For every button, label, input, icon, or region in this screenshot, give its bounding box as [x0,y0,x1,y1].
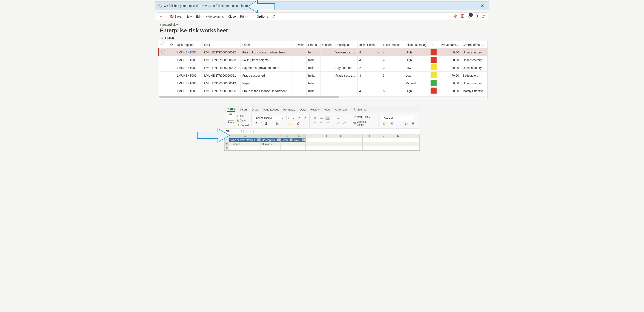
filter-icon[interactable]: ▼ [302,139,305,142]
italic-button[interactable]: I [260,122,262,125]
paste-icon[interactable] [228,114,234,121]
align-top-button[interactable] [312,117,317,120]
copy-button[interactable]: ⎘ Copy ⌄ [236,119,250,123]
tell-me-button[interactable]: Tell me [354,108,366,111]
horizontal-scrollbar[interactable] [159,96,486,98]
format-painter-button[interactable]: Format [236,123,250,127]
align-right-button[interactable] [326,121,330,125]
row-header-3[interactable]: 3 [225,146,229,151]
refresh-icon[interactable] [474,14,478,19]
cell-c1[interactable]: Score▼ [280,138,293,142]
font-size-select[interactable]: 11⌄ [286,116,296,120]
number-format-select[interactable]: General⌄ [382,116,414,121]
diamond-icon[interactable] [454,14,458,19]
options-button[interactable]: Options [256,14,268,19]
tab-insert[interactable]: Insert [240,108,247,111]
tab-draw[interactable]: Draw [252,108,258,111]
decrease-font-button[interactable]: Aˇ [304,116,308,120]
new-button[interactable]: New [185,14,192,19]
underline-button[interactable]: U ⌄ [264,122,270,125]
col-header-i[interactable]: I [362,134,376,138]
pane-resize-handle[interactable]: ═ [154,99,490,103]
col-header-f[interactable]: F [320,134,334,138]
popout-icon[interactable] [481,14,485,19]
cell-d2[interactable] [293,142,306,146]
col-impact[interactable]: Initial impact [381,41,404,48]
col-bowtie[interactable]: Bowtie [293,41,306,48]
font-color-button[interactable]: A ⌄ [296,121,302,126]
col-initial-risk[interactable]: Initial risk [430,41,439,48]
tab-home[interactable]: Home [228,107,235,112]
col-header-a[interactable]: A [229,134,261,138]
tab-formulas[interactable]: Formulas [283,108,295,111]
decrease-decimal-button[interactable]: .00.0 [411,122,416,126]
col-description[interactable]: Description [334,41,358,48]
col-header-k[interactable]: K [391,134,405,138]
tab-automate[interactable]: Automate [335,108,347,111]
filter-icon[interactable]: ▼ [277,139,280,142]
col-status[interactable]: Status [306,41,320,48]
close-icon[interactable]: ✕ [479,3,486,8]
view-selector[interactable]: Standard view ⌄ [160,23,182,26]
table-row[interactable]: LMUHENT0000...LMUHENTR000000023Falling f… [159,56,487,64]
spreadsheet[interactable]: A B C D E F G H I J K L 1 Who or what [224,134,420,151]
table-row[interactable]: LMUHENT0000...LMUHENTR000000019PaperInit… [159,79,487,87]
fill-color-button[interactable]: ⌄ [288,122,295,125]
fx-icon[interactable]: fx [254,130,259,133]
paste-button[interactable]: Paste [228,121,234,124]
filter-icon[interactable]: ▼ [257,139,260,142]
tab-page-layout[interactable]: Page Layout [263,108,278,111]
cell-b2[interactable]: Humans [260,142,280,146]
print-button[interactable]: Print ⌄ [240,14,249,19]
table-row[interactable]: LMUHENT0000...LMUHENTR000000021Fraud sus… [159,72,487,79]
tab-data[interactable]: Data [300,108,306,111]
col-risk-register[interactable]: Risk register [175,41,202,48]
refresh-grid-button[interactable] [168,41,175,48]
increase-indent-button[interactable] [342,121,347,125]
select-all-checkbox[interactable] [159,41,168,48]
align-center-button[interactable] [319,121,324,125]
col-header-d[interactable]: D [293,134,306,138]
filter-icon[interactable]: ▼ [290,139,292,142]
cell-a2[interactable]: Humans [229,142,261,146]
cut-button[interactable]: ✂ Cut [236,114,250,118]
close-button[interactable]: Close [228,14,236,19]
col-closed[interactable]: Closed [320,41,334,48]
tab-review[interactable]: Review [310,108,320,111]
col-label[interactable]: Label [240,41,293,48]
col-header-e[interactable]: E [306,134,320,138]
align-middle-button[interactable] [319,117,324,120]
font-name-select[interactable]: Calibri (Body)⌄ [255,116,285,120]
col-header-h[interactable]: H [348,134,362,138]
col-preventative[interactable]: Preventative c... [439,41,461,48]
col-control-eff[interactable]: Control effectivene [461,41,487,48]
save-button[interactable]: Save [170,14,182,19]
col-risk[interactable]: Risk [202,41,240,48]
cell-a1[interactable]: Who or what affected▼ [229,138,261,142]
col-header-j[interactable]: J [377,134,391,138]
office-icon[interactable] [461,14,464,19]
namebox-spinner[interactable]: ▲▼ [240,129,244,133]
edit-button[interactable]: Edit [196,14,202,19]
table-row[interactable]: LMUHENT0000...LMUHENTR000000006Fraud in … [159,87,487,95]
col-header-l[interactable]: L [405,134,419,138]
tab-view[interactable]: View [324,108,330,111]
search-button[interactable] [272,14,276,19]
attachments-button[interactable]: 0 [468,14,472,19]
align-left-button[interactable] [312,121,317,125]
hide-columns-button[interactable]: Hide columns [205,14,224,19]
col-header-c[interactable]: C [280,134,293,138]
col-header-b[interactable]: B [260,134,280,138]
col-header-g[interactable]: G [334,134,348,138]
merge-centre-button[interactable]: Merge & Centre ⌄ [352,120,377,127]
cell-d1[interactable]: Note▼ [293,138,306,142]
currency-button[interactable]: ⌄ [382,122,388,126]
cancel-formula-button[interactable]: ✕ [245,130,248,133]
table-row[interactable]: LMUHENT0000...LMUHENTR000000025Falling f… [159,48,487,56]
col-rating[interactable]: Initial risk rating [404,41,430,48]
filter-toggle[interactable]: ▷ FILTER [162,36,484,39]
decrease-indent-button[interactable] [336,121,340,125]
comma-button[interactable]: , [396,122,398,126]
cell-c2[interactable] [280,142,293,146]
wrap-text-button[interactable]: abc Wrap Text ⌄ [352,115,377,119]
